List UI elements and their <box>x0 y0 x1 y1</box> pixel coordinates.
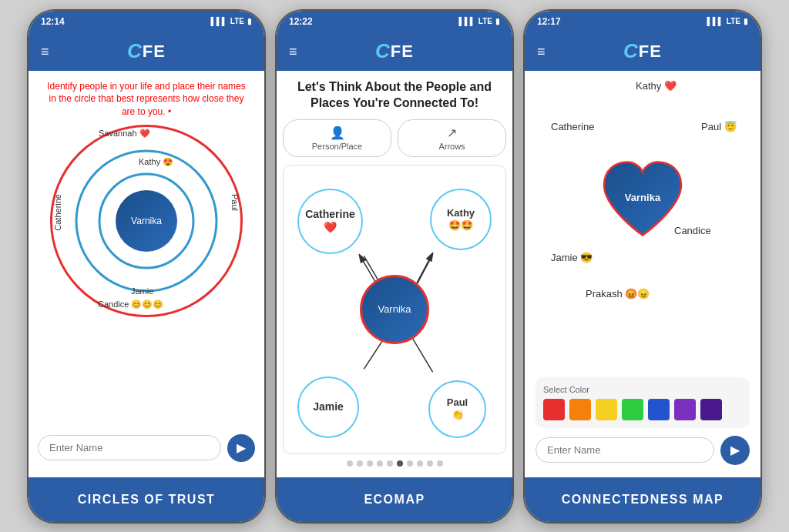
p3-color-swatches <box>543 399 742 420</box>
ecomap-area: Varnika Catherine❤️ Kathy🤩🤩 Jamie <box>283 165 506 454</box>
lte-label-2: LTE <box>478 17 492 25</box>
phone-content-3: Kathy ❤️ Catherine Paul 😇 Candice Jamie … <box>525 71 760 477</box>
status-time-3: 12:17 <box>537 16 561 27</box>
app-logo-3: C FE <box>623 39 662 63</box>
phones-container: 12:14 ▌▌▌ LTE ▮ ≡ C FE Identify people i… <box>0 0 789 532</box>
p3-color-label: Select Color <box>543 385 742 394</box>
status-icons-2: ▌▌▌ LTE ▮ <box>459 17 500 25</box>
lte-label-1: LTE <box>230 17 244 25</box>
eco-node-center: Varnika <box>360 275 429 344</box>
tab-bar-1[interactable]: CIRCLES OF TRUST <box>29 477 264 522</box>
swatch-dark-purple[interactable] <box>700 399 722 420</box>
tab-label-3: CONNECTEDNESS MAP <box>562 493 724 507</box>
swatch-red[interactable] <box>543 399 565 420</box>
status-time-1: 12:14 <box>41 16 65 27</box>
app-header-1: ≡ C FE <box>29 32 264 71</box>
swatch-yellow[interactable] <box>596 399 617 420</box>
dot-2[interactable] <box>357 460 363 467</box>
phone-content-1: Identify people in your life and place t… <box>29 71 264 477</box>
tab-bar-3[interactable]: CONNECTEDNESS MAP <box>525 477 760 522</box>
dot-1[interactable] <box>347 460 353 467</box>
heart-shape: Varnika <box>596 158 689 249</box>
name-jamie: Jamie <box>131 286 153 296</box>
eco-node-paul: Paul👏 <box>428 380 486 438</box>
logo-fe-1: FE <box>143 42 166 62</box>
p3-person-prakash: Prakash 😡😠 <box>586 288 650 299</box>
p3-send-button[interactable]: ▶ <box>720 436 750 465</box>
name-catherine: Catherine <box>53 194 62 231</box>
name-savannah: Savannah ❤️ <box>99 129 150 139</box>
tab-label-1: CIRCLES OF TRUST <box>78 493 216 507</box>
p2-tabs: 👤 Person/Place ↗ Arrows <box>283 119 506 157</box>
eco-catherine-name: Catherine❤️ <box>305 208 355 234</box>
logo-c-3: C <box>623 39 639 63</box>
name-kathy: Kathy 😍 <box>139 157 173 167</box>
p2-dots <box>347 460 443 467</box>
signal-icon-3: ▌▌▌ <box>707 17 724 25</box>
p1-name-input[interactable] <box>38 435 221 460</box>
tab-label-2: ECOMAP <box>364 493 425 507</box>
signal-icon-2: ▌▌▌ <box>459 17 475 25</box>
dot-3[interactable] <box>367 460 373 467</box>
dot-10[interactable] <box>437 460 443 467</box>
p3-color-section: Select Color <box>536 377 750 428</box>
swatch-green[interactable] <box>622 399 643 420</box>
p1-subtitle-text: Identify people in your life and place t… <box>47 81 246 118</box>
p3-person-jamie: Jamie 😎 <box>551 252 593 263</box>
p3-input-row: ▶ <box>536 436 750 465</box>
status-bar-2: 12:22 ▌▌▌ LTE ▮ <box>277 11 512 32</box>
app-header-3: ≡ C FE <box>525 32 760 71</box>
tab-bar-2[interactable]: ECOMAP <box>277 477 512 522</box>
person-place-icon: 👤 <box>330 125 345 140</box>
swatch-purple[interactable] <box>674 399 696 420</box>
p3-person-catherine: Catherine <box>551 121 594 132</box>
phone-content-2: Let's Think About the People and Places … <box>277 71 512 477</box>
eco-node-kathy: Kathy🤩🤩 <box>430 189 492 250</box>
p1-content: Identify people in your life and place t… <box>29 71 264 477</box>
phone-ecomap: 12:22 ▌▌▌ LTE ▮ ≡ C FE Let's Think About… <box>275 9 514 524</box>
p2-content: Let's Think About the People and Places … <box>277 71 512 477</box>
phone-connectedness: 12:17 ▌▌▌ LTE ▮ ≡ C FE Kathy ❤️ Catherin… <box>523 9 762 524</box>
battery-icon-2: ▮ <box>495 17 500 25</box>
center-name-1: Varnika <box>131 216 162 226</box>
p1-subtitle: Identify people in your life and place t… <box>38 80 255 119</box>
dot-6[interactable] <box>397 460 403 467</box>
p1-send-button[interactable]: ▶ <box>227 434 255 462</box>
dot-4[interactable] <box>377 460 383 467</box>
name-paul: Paul <box>230 194 240 211</box>
p2-title: Let's Think About the People and Places … <box>283 79 506 112</box>
arrows-icon: ↗ <box>447 125 457 140</box>
swatch-orange[interactable] <box>569 399 591 420</box>
circles-diagram: Varnika Savannah ❤️ Kathy 😍 Catherine Pa… <box>50 125 243 317</box>
swatch-blue[interactable] <box>648 399 670 420</box>
logo-c-2: C <box>375 39 391 63</box>
hamburger-menu-1[interactable]: ≡ <box>41 45 49 59</box>
p1-dot: • <box>168 106 171 117</box>
p1-input-row: ▶ <box>38 434 255 462</box>
hamburger-menu-2[interactable]: ≡ <box>289 45 297 59</box>
p3-people: Kathy ❤️ Catherine Paul 😇 Candice Jamie … <box>536 79 750 371</box>
status-bar-3: 12:17 ▌▌▌ LTE ▮ <box>525 11 760 32</box>
arrows-label: Arrows <box>438 142 465 151</box>
person-place-label: Person/Place <box>312 142 362 151</box>
hamburger-menu-3[interactable]: ≡ <box>537 45 546 59</box>
p3-person-paul: Paul 😇 <box>701 121 737 132</box>
p3-content: Kathy ❤️ Catherine Paul 😇 Candice Jamie … <box>525 71 760 477</box>
app-logo-2: C FE <box>375 39 414 63</box>
eco-jamie-name: Jamie <box>313 400 344 413</box>
eco-node-jamie: Jamie <box>297 376 359 438</box>
app-header-2: ≡ C FE <box>277 32 512 71</box>
p3-name-input[interactable] <box>536 437 714 463</box>
battery-icon-3: ▮ <box>744 17 748 25</box>
tab-person-place[interactable]: 👤 Person/Place <box>283 119 391 157</box>
tab-arrows[interactable]: ↗ Arrows <box>398 119 506 157</box>
dot-8[interactable] <box>417 460 423 467</box>
status-icons-1: ▌▌▌ LTE ▮ <box>211 17 252 25</box>
dot-7[interactable] <box>407 460 413 467</box>
dot-5[interactable] <box>387 460 393 467</box>
dot-9[interactable] <box>427 460 433 467</box>
status-time-2: 12:22 <box>289 16 313 27</box>
logo-fe-2: FE <box>391 42 414 62</box>
p3-person-kathy: Kathy ❤️ <box>636 80 677 92</box>
battery-icon-1: ▮ <box>247 17 252 25</box>
